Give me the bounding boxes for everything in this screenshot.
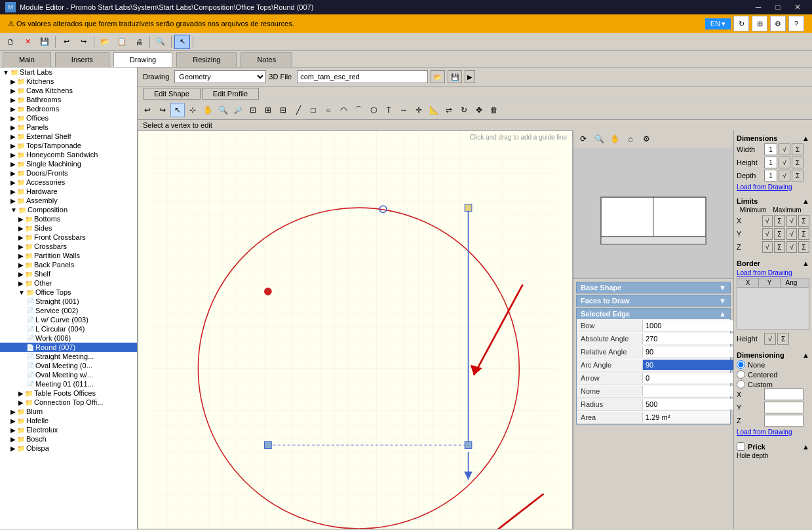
absolute-angle-input[interactable]: [642, 333, 733, 344]
tree-item-straight001[interactable]: 📄 Straight (001): [0, 297, 137, 306]
tree-item-lcircular004[interactable]: 📄 L Circular (004): [0, 324, 137, 333]
drawing-select[interactable]: Geometry: [174, 70, 266, 83]
edit-profile-button[interactable]: Edit Profile: [202, 88, 259, 100]
dimension-tool[interactable]: ↔: [396, 103, 411, 117]
open-button[interactable]: 📂: [97, 35, 113, 49]
limits-x-min-sigma[interactable]: Σ: [774, 215, 785, 227]
grid-tool[interactable]: ⊟: [276, 103, 290, 117]
tab-drawing[interactable]: Drawing: [113, 52, 172, 67]
maximize-button[interactable]: □: [769, 0, 787, 14]
tab-inserts[interactable]: Inserts: [55, 52, 109, 67]
polygon-tool[interactable]: ⬡: [366, 103, 381, 117]
tree-item-bathrooms[interactable]: ▶ 📁 Bathrooms: [0, 95, 137, 104]
faces-draw-header[interactable]: Faces to Draw ▼: [577, 295, 730, 306]
tree-item-round007[interactable]: 📄 Round (007): [0, 343, 137, 352]
tree-item-composition[interactable]: ▼ 📁 Composition: [0, 205, 137, 214]
tree-item-service002[interactable]: 📄 Service (002): [0, 306, 137, 315]
text-tool[interactable]: T: [381, 103, 396, 117]
radio-custom-input[interactable]: [737, 380, 745, 388]
depth-sigma-icon[interactable]: Σ: [792, 170, 803, 181]
undo-draw-button[interactable]: ↩: [140, 103, 155, 117]
tree-item-shelf[interactable]: ▶ 📁 Shelf: [0, 269, 137, 278]
tree-item-straightmeeting[interactable]: 📄 Straight Meeting...: [0, 352, 137, 361]
tree-item-bedrooms[interactable]: ▶ 📁 Bedrooms: [0, 104, 137, 113]
limits-z-min-sqrt[interactable]: √: [762, 241, 773, 253]
threed-file-input[interactable]: [297, 70, 428, 83]
tree-item-panels[interactable]: ▶ 📁 Panels: [0, 123, 137, 132]
tree-item-blum[interactable]: ▶ 📁 Blum: [0, 407, 137, 416]
selected-edge-header[interactable]: Selected Edge ▲: [577, 309, 730, 319]
rectangle-tool[interactable]: □: [306, 103, 320, 117]
dims-load-link[interactable]: Load from Drawing: [737, 183, 792, 191]
3d-rotate-button[interactable]: ⟳: [576, 132, 590, 146]
base-shape-header[interactable]: Base Shape ▼: [577, 282, 730, 293]
arc-angle-input[interactable]: [642, 360, 733, 370]
depth-input[interactable]: [764, 170, 777, 181]
limits-y-max-sigma[interactable]: Σ: [798, 228, 809, 240]
width-sqrt-icon[interactable]: √: [779, 143, 790, 155]
nome-input[interactable]: [642, 386, 733, 396]
tree-item-electrolux[interactable]: ▶ 📁 Electrolux: [0, 425, 137, 434]
depth-sqrt-icon[interactable]: √: [779, 170, 790, 181]
edit-shape-button[interactable]: Edit Shape: [143, 88, 201, 100]
tab-notes[interactable]: Notes: [241, 52, 292, 67]
tree-item-partitionwalls[interactable]: ▶ 📁 Partition Walls: [0, 251, 137, 260]
redo-button[interactable]: ↪: [75, 35, 91, 49]
dimensions-collapse-icon[interactable]: ▲: [802, 134, 809, 142]
redo-draw-button[interactable]: ↪: [155, 103, 170, 117]
zoom-in-tool[interactable]: 🔍: [216, 103, 230, 117]
mirror-tool[interactable]: ⇌: [442, 103, 456, 117]
3d-zoom-button[interactable]: 🔍: [592, 132, 606, 146]
tree-item-crossbars[interactable]: ▶ 📁 Crossbars: [0, 242, 137, 251]
tree-item-externalshelf[interactable]: ▶ 📁 External Shelf: [0, 132, 137, 141]
tree-item-bottoms[interactable]: ▶ 📁 Bottoms: [0, 214, 137, 223]
properties-button[interactable]: 📋: [114, 35, 130, 49]
measure-tool[interactable]: 📐: [427, 103, 441, 117]
border-height-sqrt[interactable]: √: [764, 333, 776, 345]
tree-item-offices[interactable]: ▶ 📁 Offices: [0, 113, 137, 123]
tree-item-singlemachining[interactable]: ▶ 📁 Single Machining: [0, 159, 137, 168]
dims-x-input[interactable]: [764, 388, 803, 400]
relative-angle-input[interactable]: [642, 347, 733, 357]
tree-item-other[interactable]: ▶ 📁 Other: [0, 278, 137, 288]
grid-button[interactable]: ⊞: [752, 16, 767, 31]
bow-input[interactable]: [642, 320, 733, 331]
zoom-select-tool[interactable]: ⊞: [261, 103, 275, 117]
tree-item-doors[interactable]: ▶ 📁 Doors/Fronts: [0, 168, 137, 178]
radius-input[interactable]: [642, 399, 733, 409]
circle-tool[interactable]: ○: [321, 103, 336, 117]
limits-x-max-sqrt[interactable]: √: [786, 215, 798, 227]
arrow-tool-button[interactable]: ↖: [174, 35, 190, 49]
minimize-button[interactable]: ─: [749, 0, 767, 14]
tree-item-cava[interactable]: ▶ 📁 Cava Kitchens: [0, 86, 137, 95]
tree-item-tablefoots[interactable]: ▶ 📁 Table Foots Offices: [0, 388, 137, 398]
limits-z-max-sqrt[interactable]: √: [786, 241, 798, 253]
tab-resizing[interactable]: Resizing: [176, 52, 237, 67]
3d-pan-button[interactable]: ✋: [608, 132, 622, 146]
tree-item-bosch[interactable]: ▶ 📁 Bosch: [0, 434, 137, 444]
width-input[interactable]: [764, 143, 777, 155]
zoom-button[interactable]: 🔍: [153, 35, 168, 49]
tab-main[interactable]: Main: [3, 52, 51, 67]
expand-icon[interactable]: ▶: [465, 70, 475, 83]
drawing-canvas[interactable]: Click and drag to add a guide line: [138, 130, 573, 529]
rotate-tool[interactable]: ↻: [457, 103, 471, 117]
tree-item-meeting01[interactable]: 📄 Meeting 01 (011...: [0, 379, 137, 388]
file-open-icon[interactable]: 📂: [431, 70, 445, 83]
save-button[interactable]: 💾: [37, 35, 52, 49]
border-collapse-icon[interactable]: ▲: [802, 259, 809, 267]
zoom-fit-tool[interactable]: ⊡: [246, 103, 260, 117]
height-input[interactable]: [764, 157, 777, 168]
tree-item-connectiontop[interactable]: ▶ 📁 Connection Top Offi...: [0, 398, 137, 407]
limits-x-min-sqrt[interactable]: √: [762, 215, 773, 227]
tree-item-frontcrossbars[interactable]: ▶ 📁 Front Crossbars: [0, 233, 137, 242]
new-button[interactable]: 🗋: [3, 35, 18, 49]
limits-y-max-sqrt[interactable]: √: [786, 228, 798, 240]
3d-home-button[interactable]: ⌂: [623, 132, 638, 146]
3d-settings-button[interactable]: ⚙: [639, 132, 653, 146]
tree-item-backpanels[interactable]: ▶ 📁 Back Panels: [0, 260, 137, 269]
delete-tool[interactable]: 🗑: [487, 103, 501, 117]
language-button[interactable]: EN ▾: [705, 18, 731, 29]
file-save-icon[interactable]: 💾: [448, 70, 462, 83]
prick-collapse-icon[interactable]: ▲: [802, 443, 809, 451]
